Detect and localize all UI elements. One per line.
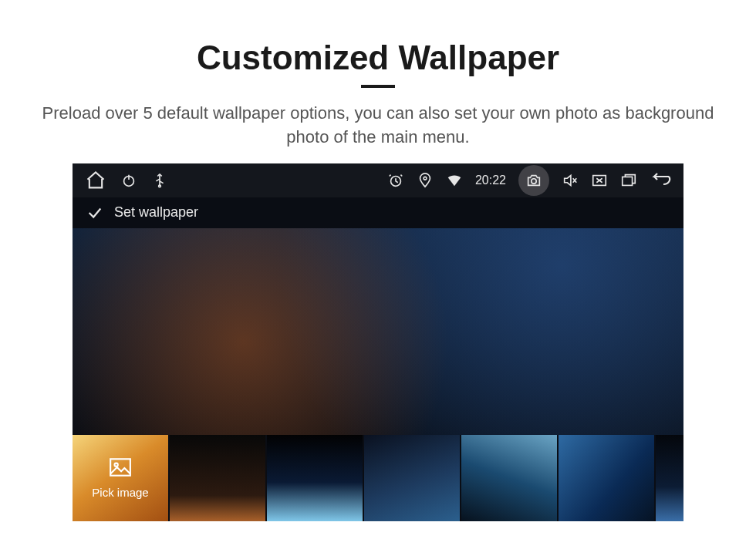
title-underline — [361, 85, 395, 88]
alarm-icon — [387, 172, 404, 189]
svg-point-8 — [115, 463, 118, 466]
page-title: Customized Wallpaper — [0, 39, 756, 77]
home-icon[interactable] — [85, 170, 106, 191]
status-bar: 20:22 — [73, 163, 683, 197]
status-time: 20:22 — [475, 173, 506, 187]
wallpaper-thumb-1[interactable] — [170, 435, 265, 521]
wallpaper-thumb-6[interactable] — [656, 435, 683, 521]
back-icon[interactable] — [650, 170, 671, 191]
mute-icon[interactable] — [562, 172, 579, 189]
wallpaper-thumb-3[interactable] — [364, 435, 460, 521]
recent-apps-icon[interactable] — [620, 172, 637, 189]
wallpaper-thumb-5[interactable] — [559, 435, 654, 521]
pick-image-tile[interactable]: Pick image — [73, 435, 168, 521]
wifi-icon — [446, 172, 463, 189]
svg-point-3 — [424, 177, 427, 180]
close-window-icon[interactable] — [591, 172, 608, 189]
svg-rect-6 — [623, 177, 633, 185]
wallpaper-preview — [73, 228, 683, 435]
wallpaper-thumb-4[interactable] — [461, 435, 557, 521]
wallpaper-thumb-2[interactable] — [267, 435, 363, 521]
screen-titlebar: Set wallpaper — [73, 197, 683, 228]
wallpaper-thumbnail-strip: Pick image — [73, 435, 683, 521]
pick-image-label: Pick image — [92, 486, 148, 499]
screenshot-button[interactable] — [518, 165, 549, 196]
confirm-icon[interactable] — [86, 204, 103, 221]
page-subtitle: Preload over 5 default wallpaper options… — [0, 102, 756, 150]
screen-title: Set wallpaper — [114, 204, 198, 221]
image-icon — [109, 457, 132, 480]
usb-icon — [151, 172, 168, 189]
location-icon — [417, 172, 434, 189]
device-screenshot: 20:22 Set wallpaper — [73, 163, 683, 521]
power-icon[interactable] — [120, 172, 137, 189]
camera-icon — [525, 172, 542, 189]
svg-point-4 — [532, 178, 536, 183]
svg-rect-7 — [110, 459, 130, 475]
